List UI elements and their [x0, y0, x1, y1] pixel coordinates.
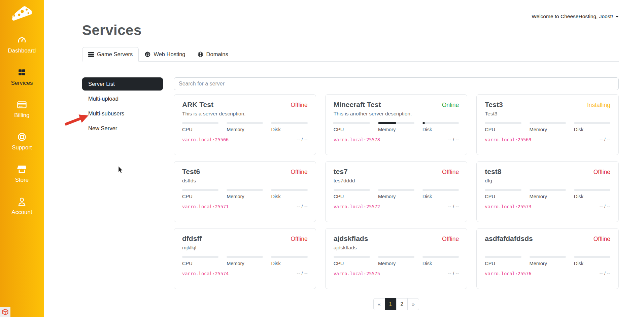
server-address: varro.local:25572 — [334, 204, 380, 209]
server-description — [485, 245, 610, 251]
search-input[interactable] — [174, 77, 619, 90]
tab-bar: Game Servers Web Hosting Domains — [82, 47, 619, 62]
tab-domains[interactable]: Domains — [192, 47, 234, 62]
caret-down-icon — [615, 16, 619, 17]
server-address: varro.local:25575 — [334, 271, 380, 276]
metric-column: Disk — [422, 122, 459, 132]
metric-label: CPU — [334, 261, 370, 266]
metric-column: Memory — [378, 256, 414, 266]
metric-column: CPU — [334, 122, 370, 132]
sidebar-item-billing[interactable]: Billing — [0, 100, 44, 119]
progress-track — [334, 189, 370, 191]
server-usage: -- / -- — [600, 204, 610, 209]
globe-icon — [198, 51, 203, 57]
metric-column: Memory — [378, 122, 414, 132]
corner-logo-badge[interactable] — [0, 307, 10, 317]
metric-label: Disk — [574, 261, 610, 266]
server-status-badge: Offline — [291, 102, 307, 109]
server-metrics: CPU Memory Disk — [182, 256, 308, 266]
server-status-badge: Offline — [291, 236, 307, 243]
metric-label: Memory — [530, 261, 566, 266]
progress-track — [378, 122, 414, 124]
progress-track — [271, 122, 307, 124]
server-address: varro.local:25571 — [182, 204, 229, 209]
server-card-asdfafdafdsds[interactable]: asdfafdafdsds Offline CPU Memory Disk va… — [476, 228, 619, 289]
metric-column: Disk — [574, 122, 610, 132]
subnav: Server List Multi-upload Multi-subusers … — [82, 77, 163, 137]
server-card-test3[interactable]: Test3 Installing Test3 CPU Memory Disk v… — [476, 94, 619, 155]
subnav-item-multi-subusers[interactable]: Multi-subusers — [82, 107, 163, 120]
user-icon — [18, 197, 26, 206]
server-metrics: CPU Memory Disk — [182, 122, 308, 132]
subnav-item-new-server[interactable]: New Server — [82, 122, 163, 135]
sidebar-item-dashboard[interactable]: Dashboard — [0, 35, 44, 54]
metric-label: Disk — [422, 194, 459, 199]
server-card-minecraft-test[interactable]: Minecraft Test Online This is another se… — [325, 94, 468, 155]
subnav-item-multi-upload[interactable]: Multi-upload — [82, 92, 163, 105]
metric-label: CPU — [485, 261, 521, 266]
metric-label: Disk — [271, 194, 307, 199]
server-metrics: CPU Memory Disk — [485, 189, 610, 199]
metric-label: Disk — [422, 261, 459, 266]
server-metrics: CPU Memory Disk — [182, 189, 308, 199]
progress-track — [485, 122, 521, 124]
progress-track — [574, 189, 610, 191]
server-address: varro.local:25574 — [182, 271, 229, 276]
server-name: asdfafdafdsds — [485, 235, 533, 243]
cheese-logo[interactable] — [11, 4, 33, 23]
subnav-item-server-list[interactable]: Server List — [82, 77, 163, 91]
server-usage: -- / -- — [448, 271, 459, 276]
metric-label: Disk — [574, 194, 610, 199]
pagination-prev-button[interactable]: « — [373, 298, 385, 310]
tab-game-servers[interactable]: Game Servers — [82, 47, 139, 62]
sidebar-item-store[interactable]: Store — [0, 165, 44, 183]
metric-column: Disk — [574, 189, 610, 199]
server-card-test6[interactable]: Test6 Offline dsffds CPU Memory Disk var… — [174, 161, 316, 222]
server-card-tes7[interactable]: tes7 Offline tes7dddd CPU Memory Disk va… — [325, 161, 468, 222]
sidebar-item-account[interactable]: Account — [0, 197, 44, 216]
server-status-badge: Offline — [442, 169, 459, 176]
server-status-badge: Installing — [587, 102, 610, 109]
user-menu[interactable]: Welcome to CheeseHosting, Joost! — [532, 13, 619, 20]
metric-label: Memory — [227, 127, 263, 132]
server-card-ark-test[interactable]: ARK Test Offline This is a server descri… — [174, 94, 316, 155]
metric-column: CPU — [182, 122, 218, 132]
server-address: varro.local:25569 — [485, 137, 531, 142]
sidebar-item-services[interactable]: Services — [0, 68, 44, 86]
life-ring-icon — [17, 132, 27, 142]
metric-column: Memory — [227, 122, 263, 132]
metric-label: Disk — [271, 261, 307, 266]
server-metrics: CPU Memory Disk — [334, 122, 459, 132]
server-card-dfdsff[interactable]: dfdsff Offline mjklkjl CPU Memory Disk v… — [174, 228, 316, 289]
server-usage: -- / -- — [297, 137, 307, 142]
metric-column: CPU — [334, 256, 370, 266]
server-status-badge: Offline — [594, 169, 610, 176]
sidebar-nav: Dashboard Services Billing Support Store… — [0, 35, 44, 216]
progress-track — [182, 189, 218, 191]
progress-track — [378, 189, 414, 191]
server-card-ajdskflads[interactable]: ajdskflads Offline ajdskflads CPU Memory… — [325, 228, 468, 289]
server-name: ajdskflads — [334, 235, 368, 243]
server-name: Test6 — [182, 168, 200, 176]
server-name: Test3 — [485, 101, 503, 109]
metric-label: CPU — [485, 127, 521, 132]
server-metrics: CPU Memory Disk — [334, 256, 459, 266]
server-usage: -- / -- — [297, 271, 307, 276]
progress-track — [422, 256, 459, 258]
progress-track — [574, 256, 610, 258]
server-metrics: CPU Memory Disk — [485, 122, 610, 132]
server-name: test8 — [485, 168, 501, 176]
server-card-test8[interactable]: test8 Offline dfg CPU Memory Disk varro.… — [476, 161, 619, 222]
pagination-next-button[interactable]: » — [407, 298, 419, 310]
metric-column: CPU — [485, 256, 521, 266]
progress-track — [227, 189, 263, 191]
sidebar-item-support[interactable]: Support — [0, 132, 44, 151]
pagination-page-2[interactable]: 2 — [396, 298, 408, 310]
progress-track — [271, 189, 307, 191]
server-description: This is a server description. — [182, 111, 308, 117]
server-panel: ARK Test Offline This is a server descri… — [174, 77, 619, 310]
store-icon — [17, 165, 27, 174]
pagination-page-1[interactable]: 1 — [385, 298, 397, 310]
tab-web-hosting[interactable]: Web Hosting — [139, 47, 191, 62]
metric-column: Memory — [530, 256, 566, 266]
